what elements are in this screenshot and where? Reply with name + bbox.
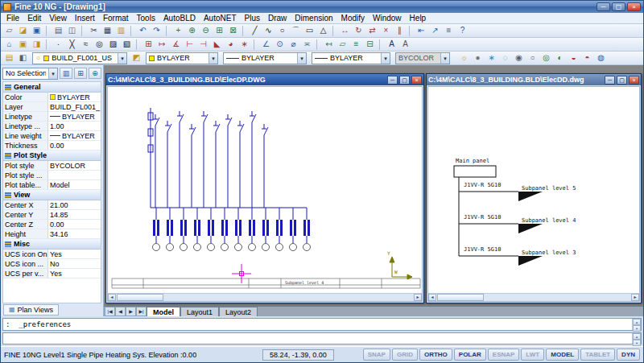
menu-file[interactable]: File <box>2 13 23 24</box>
command-input-scrollbar[interactable]: ▴ ▾ <box>632 333 641 344</box>
scroll-left-icon[interactable]: ◂ <box>428 294 436 301</box>
dim-style-button[interactable]: ≍ <box>300 39 314 51</box>
single-line-text-button[interactable]: A <box>385 39 398 51</box>
chevron-down-icon[interactable]: ▾ <box>381 53 390 64</box>
move-button[interactable]: ↔ <box>338 25 352 37</box>
chamfer-button[interactable]: ◣ <box>210 39 224 51</box>
list-button[interactable]: ≡ <box>349 39 363 51</box>
region-button[interactable]: ▧ <box>120 39 134 51</box>
layer-manager-button[interactable]: ▤ <box>2 52 16 64</box>
property-value[interactable]: 14.85 <box>48 210 101 220</box>
tab-last-icon[interactable]: ▶| <box>136 307 147 316</box>
section-view[interactable]: View <box>3 190 101 200</box>
horizontal-scrollbar[interactable]: ◂ ▸ <box>428 293 639 301</box>
tab-model[interactable]: Model <box>147 307 180 316</box>
scroll-right-icon[interactable]: ▸ <box>631 294 639 301</box>
polygon-button[interactable]: △ <box>316 25 330 37</box>
dimension-linear-button[interactable]: ⇤ <box>415 25 428 37</box>
menu-window[interactable]: Window <box>369 13 406 24</box>
toggle-dyn[interactable]: DYN <box>617 349 640 361</box>
copy-to-layer-button[interactable]: ◒ <box>567 52 580 64</box>
scroll-up-icon[interactable]: ▴ <box>633 319 641 325</box>
command-history-scrollbar[interactable]: ▴ ▾ <box>632 319 641 330</box>
tab-first-icon[interactable]: |◀ <box>105 307 115 316</box>
property-value[interactable]: BYLAYER <box>48 131 101 141</box>
close-button[interactable]: × <box>627 2 641 11</box>
pan-button[interactable]: + <box>171 25 185 37</box>
elecdp-canvas[interactable]: Subpanel level 4 Y W <box>107 86 423 302</box>
polyline-button[interactable]: ∿ <box>262 25 275 37</box>
help-button[interactable]: ? <box>456 25 469 37</box>
hatch-button[interactable]: ▨ <box>106 39 120 51</box>
layer-walk-button[interactable]: ◍ <box>594 52 608 64</box>
new-button[interactable]: ▱ <box>2 25 16 37</box>
layer-match-button[interactable]: ◐ <box>553 52 567 64</box>
chevron-down-icon[interactable]: ▾ <box>48 68 57 79</box>
explode-button[interactable]: ∗ <box>237 39 251 51</box>
layer-off-button[interactable]: ● <box>471 52 485 64</box>
horizontal-scrollbar[interactable]: ◂ ▸ <box>108 293 422 301</box>
section-plot-style[interactable]: Plot Style <box>3 151 101 161</box>
properties-button[interactable]: ≡ <box>442 25 456 37</box>
redo-button[interactable]: ↷ <box>150 25 163 37</box>
rotate-button[interactable]: ↻ <box>352 25 365 37</box>
toggle-snap[interactable]: SNAP <box>363 349 390 361</box>
child-minimize-button[interactable]: ─ <box>387 76 398 85</box>
scroll-up-icon[interactable]: ▴ <box>633 333 641 340</box>
line-button[interactable]: ╱ <box>248 25 262 37</box>
circle-button[interactable]: ○ <box>275 25 289 37</box>
dim-angular-button[interactable]: ∠ <box>259 39 273 51</box>
toggle-pickadd-button[interactable]: ⊕ <box>89 68 101 79</box>
toggle-esnap[interactable]: ESNAP <box>488 349 520 361</box>
layer-unlock-button[interactable]: ○ <box>526 52 539 64</box>
title-bar[interactable]: Fine 10 NG - [Drawing1] ─ ▢ × <box>1 1 643 13</box>
menu-plus[interactable]: Plus <box>241 13 264 24</box>
zoom-in-button[interactable]: ⊕ <box>185 25 199 37</box>
make-object-layer-current-button[interactable]: ◩ <box>130 52 143 64</box>
fillet-button[interactable]: ◕ <box>224 39 237 51</box>
block-button[interactable]: ▣ <box>16 39 30 51</box>
menu-format[interactable]: Format <box>99 13 133 24</box>
command-input[interactable]: ▴ ▾ <box>2 332 642 344</box>
child-close-button[interactable]: × <box>411 76 422 85</box>
chevron-down-icon[interactable]: ▾ <box>208 53 217 64</box>
property-value[interactable]: 0.00 <box>48 141 101 151</box>
stretch-button[interactable]: ↦ <box>155 39 169 51</box>
menu-tools[interactable]: Tools <box>133 13 159 24</box>
zoom-window-button[interactable]: ⊞ <box>213 25 226 37</box>
calculator-button[interactable]: ⊟ <box>363 39 377 51</box>
select-objects-button[interactable]: ⊞ <box>74 68 87 79</box>
menu-modify[interactable]: Modify <box>337 13 369 24</box>
scrollbar-thumb[interactable] <box>437 294 484 301</box>
trim-button[interactable]: ⊢ <box>183 39 196 51</box>
zoom-extents-button[interactable]: ⊠ <box>226 25 240 37</box>
tab-layout2[interactable]: Layout2 <box>219 307 258 316</box>
drawing-window-elecdp-titlebar[interactable]: C:\4M\CALC\8_3_BUILDING.BLD\ElecDP.DWG ─… <box>106 74 423 85</box>
toggle-ortho[interactable]: ORTHO <box>419 349 452 361</box>
property-value[interactable]: Model <box>48 180 101 190</box>
change-to-current-layer-button[interactable]: ◓ <box>580 52 594 64</box>
tab-prev-icon[interactable]: ◀ <box>115 307 126 316</box>
drawing-window-elecdd-titlebar[interactable]: C:\4M\CALC\8_3_BUILDING.BLD\ElecDD.dwg ─… <box>427 74 641 85</box>
layer-combo[interactable]: ☼ BUILD_FL001_US ▾ <box>32 52 127 64</box>
erase-button[interactable]: × <box>379 25 393 37</box>
child-restore-button[interactable]: ▢ <box>399 76 410 85</box>
menu-edit[interactable]: Edit <box>23 13 45 24</box>
offset-button[interactable]: ∥ <box>393 25 407 37</box>
property-value[interactable]: 0.00 <box>48 220 101 229</box>
menu-insert[interactable]: Insert <box>71 13 99 24</box>
color-combo[interactable]: BYLAYER ▾ <box>146 52 218 64</box>
scroll-down-icon[interactable]: ▾ <box>633 340 641 346</box>
property-value[interactable]: 21.00 <box>48 200 101 210</box>
property-value[interactable]: BYLAYER <box>48 112 101 122</box>
toggle-grid[interactable]: GRID <box>392 349 418 361</box>
property-value[interactable]: 34.16 <box>48 229 101 239</box>
child-minimize-button[interactable]: ─ <box>605 76 615 85</box>
child-restore-button[interactable]: ▢ <box>617 76 627 85</box>
minimize-button[interactable]: ─ <box>597 2 610 11</box>
construction-line-button[interactable]: ╳ <box>65 39 79 51</box>
rectangle-button[interactable]: ▭ <box>303 25 316 37</box>
save-button[interactable]: ▣ <box>30 25 43 37</box>
selection-combo[interactable]: No Selection ▾ <box>2 68 58 80</box>
linetype-combo[interactable]: BYLAYER ▾ <box>223 52 307 64</box>
